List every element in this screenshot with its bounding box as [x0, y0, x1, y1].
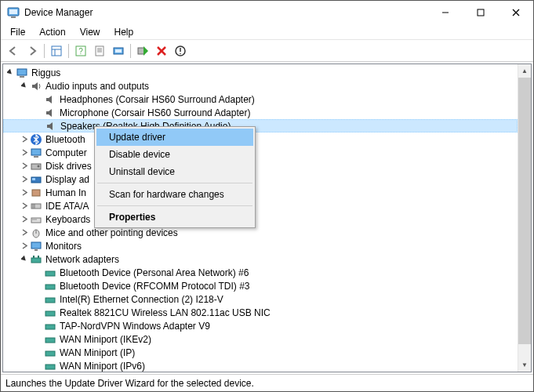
tree-device-microphone[interactable]: Microphone (Corsair HS60 Surround Adapte…	[3, 106, 518, 119]
svg-point-36	[32, 219, 33, 220]
ctx-disable-device[interactable]: Disable device	[96, 146, 253, 163]
menu-action[interactable]: Action	[33, 25, 71, 39]
expander-icon[interactable]	[19, 81, 30, 92]
tree-device-intel[interactable]: Intel(R) Ethernet Connection (2) I218-V	[3, 292, 518, 306]
svg-rect-45	[38, 256, 39, 258]
tree-device-wan-ip[interactable]: WAN Miniport (IP)	[3, 346, 518, 359]
net-adapter-icon	[44, 320, 56, 332]
menu-file[interactable]: File	[4, 25, 31, 39]
device-tree[interactable]: Riggus Audio inputs and outputs Headphon…	[3, 64, 518, 372]
tree-root[interactable]: Riggus	[3, 66, 518, 79]
expander-icon[interactable]	[19, 147, 30, 158]
svg-rect-31	[32, 190, 40, 196]
svg-rect-53	[45, 365, 55, 369]
tree-category-monitors[interactable]: Monitors	[3, 239, 518, 252]
svg-point-37	[34, 219, 35, 220]
expander-icon[interactable]	[19, 241, 30, 252]
svg-rect-44	[33, 256, 35, 258]
scroll-thumb[interactable]	[518, 78, 531, 344]
close-button[interactable]	[498, 1, 533, 24]
tree-category-display[interactable]: Display ad	[3, 172, 518, 186]
help-button[interactable]: ?	[72, 42, 89, 60]
maximize-button[interactable]	[463, 1, 498, 24]
properties-button[interactable]	[91, 42, 108, 60]
tree-device-bt-pan[interactable]: Bluetooth Device (Personal Area Network)…	[3, 266, 518, 279]
expander-icon[interactable]	[5, 67, 16, 78]
scroll-down-button[interactable]: ▼	[518, 358, 531, 372]
monitor-icon	[30, 240, 42, 252]
tree-label: IDE ATA/A	[45, 201, 89, 212]
tree-device-speakers[interactable]: Speakers (Realtek High Definition Audio)	[3, 119, 518, 132]
hid-icon	[30, 187, 42, 199]
svg-rect-41	[31, 242, 41, 249]
net-adapter-icon	[44, 347, 56, 359]
app-icon	[7, 6, 20, 19]
ctx-uninstall-device[interactable]: Uninstall device	[96, 163, 253, 180]
speaker-icon	[44, 93, 56, 106]
vertical-scrollbar[interactable]: ▲ ▼	[518, 64, 531, 372]
update-driver-button[interactable]	[134, 42, 151, 60]
tree-category-network[interactable]: Network adapters	[3, 252, 518, 266]
svg-point-28	[38, 165, 40, 167]
ctx-properties[interactable]: Properties	[96, 209, 253, 226]
tree-label: Computer	[45, 147, 87, 158]
tree-category-bluetooth[interactable]: Bluetooth	[3, 132, 518, 146]
svg-rect-43	[31, 258, 41, 263]
tree-category-ide[interactable]: IDE ATA/A	[3, 199, 518, 212]
tree-label: WAN Miniport (IP)	[60, 347, 135, 358]
toolbar-separator	[130, 44, 131, 58]
tree-label: Network adapters	[45, 254, 119, 265]
tree-category-keyboards[interactable]: Keyboards	[3, 212, 518, 226]
network-icon	[30, 253, 42, 266]
svg-rect-26	[34, 156, 38, 158]
disable-button[interactable]	[153, 42, 170, 60]
scan-button[interactable]	[110, 42, 127, 60]
tree-device-tap[interactable]: TAP-NordVPN Windows Adapter V9	[3, 319, 518, 332]
expander-icon[interactable]	[19, 134, 30, 145]
tree-label: WAN Miniport (IPv6)	[60, 361, 145, 372]
forward-button[interactable]	[24, 42, 41, 60]
tree-device-headphones[interactable]: Headphones (Corsair HS60 Surround Adapte…	[3, 93, 518, 106]
tree-category-hid[interactable]: Human In	[3, 186, 518, 199]
titlebar: Device Manager	[1, 1, 533, 24]
context-menu: Update driver Disable device Uninstall d…	[94, 126, 256, 228]
scroll-track[interactable]	[518, 344, 531, 358]
statusbar: Launches the Update Driver Wizard for th…	[1, 374, 533, 391]
expander-icon[interactable]	[19, 227, 30, 238]
audio-icon	[30, 80, 42, 93]
svg-rect-51	[45, 338, 55, 343]
tree-category-audio[interactable]: Audio inputs and outputs	[3, 79, 518, 93]
tree-label: Bluetooth Device (Personal Area Network)…	[60, 267, 249, 278]
tree-category-computer[interactable]: Computer	[3, 146, 518, 159]
uninstall-button[interactable]	[172, 42, 189, 60]
expander-icon[interactable]	[19, 201, 30, 212]
scroll-up-button[interactable]: ▲	[518, 64, 531, 78]
tree-device-realtek[interactable]: Realtek 8821CU Wireless LAN 802.11ac USB…	[3, 306, 518, 319]
minimize-button[interactable]	[427, 1, 463, 24]
ctx-scan[interactable]: Scan for hardware changes	[96, 186, 253, 203]
expander-icon[interactable]	[19, 214, 30, 225]
ctx-label: Disable device	[109, 149, 170, 160]
expander-icon[interactable]	[19, 161, 30, 172]
window-buttons	[427, 1, 533, 24]
menu-view[interactable]: View	[74, 25, 107, 39]
tree-label: Audio inputs and outputs	[45, 81, 149, 92]
tree-label: Disk drives	[45, 161, 92, 172]
tree-category-mice[interactable]: Mice and other pointing devices	[3, 226, 518, 239]
statusbar-text: Launches the Update Driver Wizard for th…	[5, 378, 254, 389]
show-hide-tree-button[interactable]	[48, 42, 65, 60]
net-adapter-icon	[44, 307, 56, 319]
expander-icon[interactable]	[19, 187, 30, 198]
keyboard-icon	[30, 213, 42, 226]
tree-category-disk[interactable]: Disk drives	[3, 159, 518, 172]
tree-device-bt-rfcomm[interactable]: Bluetooth Device (RFCOMM Protocol TDI) #…	[3, 279, 518, 292]
tree-device-wan-ipv6[interactable]: WAN Miniport (IPv6)	[3, 359, 518, 372]
menu-help[interactable]: Help	[108, 25, 140, 39]
svg-rect-52	[45, 351, 55, 356]
expander-icon[interactable]	[19, 174, 30, 185]
tree-device-wan-ikev2[interactable]: WAN Miniport (IKEv2)	[3, 332, 518, 346]
expander-icon[interactable]	[19, 254, 30, 265]
back-button[interactable]	[5, 42, 22, 60]
ctx-update-driver[interactable]: Update driver	[96, 129, 253, 146]
speaker-icon	[45, 120, 57, 132]
